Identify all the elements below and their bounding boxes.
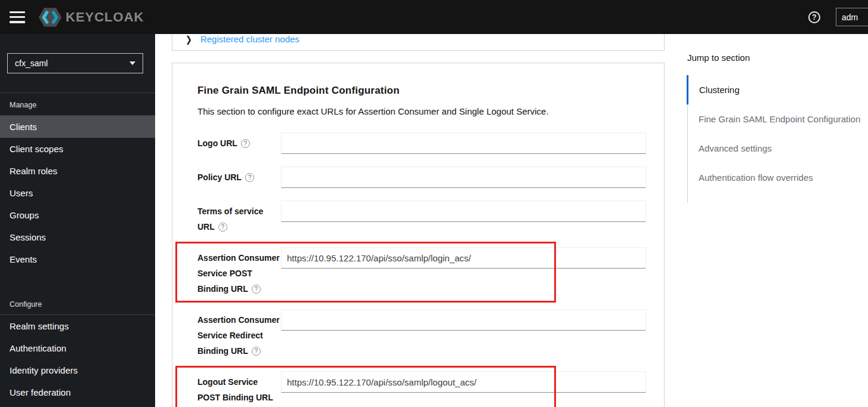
field-row-logout-service-post-binding-url: Logout Service POST Binding URL?	[197, 371, 646, 407]
fine-grain-saml-card: Fine Grain SAML Endpoint Configuration T…	[172, 63, 665, 407]
saml-endpoint-form: Logo URL? Policy URL? Terms of service U…	[197, 132, 646, 407]
registered-cluster-nodes-link[interactable]: Registered cluster nodes	[200, 34, 299, 44]
help-icon[interactable]: ?	[218, 223, 227, 232]
jump-list: Clustering Fine Grain SAML Endpoint Conf…	[687, 75, 868, 203]
field-label: Assertion Consumer Service POST Binding …	[197, 247, 281, 297]
top-header-bar: KEYCLOAK ? adm	[0, 0, 868, 34]
field-row-logo-url: Logo URL?	[197, 132, 646, 154]
field-label: Policy URL?	[197, 166, 281, 188]
help-icon[interactable]: ?	[252, 285, 261, 294]
logo-url-input[interactable]	[281, 132, 646, 154]
sidebar-item-clients[interactable]: Clients	[0, 116, 155, 138]
sidebar-nav: cfx_saml Manage Clients Client scopes Re…	[0, 34, 155, 407]
section-description: This section to configure exact URLs for…	[197, 106, 646, 116]
jump-item-fine-grain-saml[interactable]: Fine Grain SAML Endpoint Configuration	[688, 104, 868, 134]
sidebar-item-events[interactable]: Events	[0, 248, 155, 270]
jump-item-clustering[interactable]: Clustering	[687, 75, 868, 104]
terms-of-service-url-input[interactable]	[281, 201, 646, 222]
jump-item-advanced-settings[interactable]: Advanced settings	[688, 134, 868, 163]
jump-item-authentication-flow-overrides[interactable]: Authentication flow overrides	[688, 163, 868, 192]
jump-panel-title: Jump to section	[687, 53, 868, 63]
sidebar-item-realm-roles[interactable]: Realm roles	[0, 160, 155, 182]
user-menu-button[interactable]: adm	[836, 8, 868, 26]
sidebar-section-configure: Configure	[0, 298, 155, 315]
sidebar-item-users[interactable]: Users	[0, 182, 155, 204]
keycloak-logo-text: KEYCLOAK	[66, 10, 144, 25]
field-row-acs-redirect-binding-url: Assertion Consumer Service Redirect Bind…	[197, 309, 646, 359]
sidebar-item-sessions[interactable]: Sessions	[0, 226, 155, 248]
realm-selector-value: cfx_saml	[15, 58, 48, 68]
field-row-acs-post-binding-url: Assertion Consumer Service POST Binding …	[197, 247, 646, 297]
sidebar-divider	[0, 92, 155, 93]
sidebar-section-manage: Manage	[0, 98, 155, 116]
keycloak-logo[interactable]: KEYCLOAK	[38, 7, 144, 27]
keycloak-logo-icon	[38, 7, 62, 27]
help-icon[interactable]: ?	[241, 139, 250, 148]
sidebar-item-user-federation[interactable]: User federation	[0, 381, 155, 403]
field-label: Logout Service POST Binding URL?	[197, 371, 281, 407]
keycloak-admin-console: KEYCLOAK ? adm cfx_saml Manage Clients C…	[0, 0, 868, 407]
help-icon[interactable]: ?	[808, 11, 820, 23]
sidebar-item-identity-providers[interactable]: Identity providers	[0, 359, 155, 381]
field-row-policy-url: Policy URL?	[197, 166, 646, 188]
jump-to-section-panel: Jump to section Clustering Fine Grain SA…	[687, 53, 868, 203]
field-row-terms-of-service-url: Terms of service URL?	[197, 201, 646, 235]
hamburger-menu-icon[interactable]	[10, 11, 25, 23]
expand-chevron-icon[interactable]: ❯	[186, 34, 192, 44]
help-icon[interactable]: ?	[252, 347, 261, 356]
sidebar-item-groups[interactable]: Groups	[0, 204, 155, 226]
username-label: adm	[842, 13, 858, 22]
field-label: Assertion Consumer Service Redirect Bind…	[197, 309, 281, 359]
acs-post-binding-url-input[interactable]	[281, 247, 646, 269]
logout-service-post-binding-url-input[interactable]	[281, 371, 646, 393]
chevron-down-icon	[129, 61, 135, 65]
main-content: ❯ Registered cluster nodes Fine Grain SA…	[155, 34, 868, 407]
realm-selector-dropdown[interactable]: cfx_saml	[7, 53, 143, 73]
sidebar-item-realm-settings[interactable]: Realm settings	[0, 315, 155, 337]
field-label: Terms of service URL?	[197, 201, 281, 235]
field-label: Logo URL?	[197, 132, 281, 154]
sidebar-item-authentication[interactable]: Authentication	[0, 337, 155, 359]
policy-url-input[interactable]	[281, 166, 646, 188]
help-icon[interactable]: ?	[245, 173, 254, 182]
acs-redirect-binding-url-input[interactable]	[281, 309, 646, 331]
sidebar-item-client-scopes[interactable]: Client scopes	[0, 138, 155, 160]
section-title: Fine Grain SAML Endpoint Configuration	[197, 85, 646, 97]
